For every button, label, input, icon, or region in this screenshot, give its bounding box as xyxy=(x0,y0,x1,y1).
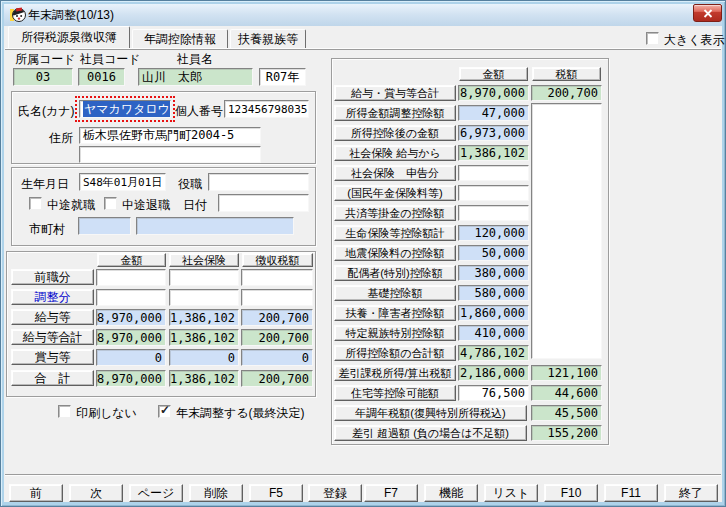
address-input[interactable]: 栃木県佐野市馬門町2004-5 xyxy=(79,127,261,144)
pay-bonus-total-amount[interactable]: 8,970,000 xyxy=(458,85,529,101)
pay-bonus-total-tax[interactable]: 200,700 xyxy=(531,85,602,101)
close-button[interactable] xyxy=(693,4,722,22)
tab-dependents[interactable]: 扶養親族等 xyxy=(230,29,306,48)
row-label-deduction-total[interactable]: 所得控除額の合計額 xyxy=(334,345,456,361)
f5-button[interactable]: F5 xyxy=(249,484,303,502)
prev-job-insurance[interactable] xyxy=(169,269,239,286)
bonus-amount[interactable]: 0 xyxy=(96,349,166,366)
left-col-tax-header[interactable]: 徴収税額 xyxy=(242,253,313,267)
emp-code-field[interactable]: 0016 xyxy=(78,68,125,86)
city-code-field[interactable] xyxy=(78,217,131,235)
grand-total-amount[interactable]: 8,970,000 xyxy=(96,370,166,387)
row-label-bonus[interactable]: 賞与等 xyxy=(11,349,94,365)
housing-deduction-amount[interactable]: 76,500 xyxy=(458,385,529,401)
prev-job-amount[interactable] xyxy=(96,269,166,286)
deduction-total-amount[interactable]: 4,786,102 xyxy=(458,345,529,361)
adjustment-insurance[interactable] xyxy=(169,289,239,306)
row-label-prev-job[interactable]: 前職分 xyxy=(11,269,94,285)
emp-name-field[interactable]: 山川 太郎 xyxy=(138,68,253,86)
f11-button[interactable]: F11 xyxy=(604,484,658,502)
date-input[interactable] xyxy=(218,194,309,212)
list-button[interactable]: リスト xyxy=(484,484,538,502)
adjustment-tax[interactable] xyxy=(241,289,313,306)
row-label-grand-total[interactable]: 合 計 xyxy=(11,370,94,386)
income-adjust-deduction-amount[interactable]: 47,000 xyxy=(458,105,529,121)
salary-insurance[interactable]: 1,386,102 xyxy=(169,309,239,326)
exit-button[interactable]: 終了 xyxy=(664,484,718,502)
bonus-tax[interactable]: 0 xyxy=(241,349,313,366)
mutual-aid-amount[interactable] xyxy=(458,205,529,221)
prev-button[interactable]: 前 xyxy=(9,484,63,502)
row-label-excess-shortage[interactable]: 差引 超過額 (負の場合は不足額) xyxy=(334,425,527,441)
do-adjustment-checkbox[interactable] xyxy=(158,405,171,418)
tab-adjustment-deduction-info[interactable]: 年調控除情報 xyxy=(132,29,228,48)
mid-join-checkbox[interactable] xyxy=(29,197,42,210)
earthquake-insurance-amount[interactable]: 50,000 xyxy=(458,245,529,261)
annual-tax-amount[interactable]: 45,500 xyxy=(531,405,602,421)
f7-button[interactable]: F7 xyxy=(364,484,418,502)
row-label-earthquake-insurance[interactable]: 地震保険料の控除額 xyxy=(334,245,456,261)
dependent-deduction-amount[interactable]: 1,860,000 xyxy=(458,305,529,321)
register-button[interactable]: 登録 xyxy=(308,484,362,502)
row-label-dependent-deduction[interactable]: 扶養・障害者控除額 xyxy=(334,305,456,321)
year-field[interactable]: R07年 xyxy=(259,68,306,86)
row-label-social-ins-declared[interactable]: 社会保険 申告分 xyxy=(334,165,456,181)
row-label-income-adjust-deduction[interactable]: 所得金額調整控除額 xyxy=(334,105,456,121)
basic-deduction-amount[interactable]: 580,000 xyxy=(458,285,529,301)
housing-deduction-tax[interactable]: 44,600 xyxy=(531,385,602,401)
row-label-housing-deduction[interactable]: 住宅等控除可能額 xyxy=(334,385,456,401)
row-label-specified-relative-deduction[interactable]: 特定親族特別控除額 xyxy=(334,325,456,341)
f10-button[interactable]: F10 xyxy=(544,484,598,502)
function-button[interactable]: 機能 xyxy=(424,484,478,502)
row-label-annual-tax[interactable]: 年調年税額(復興特別所得税込) xyxy=(334,405,527,421)
grand-total-tax[interactable]: 200,700 xyxy=(241,370,313,387)
right-col-tax-header[interactable]: 税額 xyxy=(532,67,601,81)
mid-leave-checkbox[interactable] xyxy=(104,197,117,210)
title-bar[interactable]: 年末調整(10/13) xyxy=(4,4,722,26)
personal-number-input[interactable]: 123456798035 xyxy=(224,100,309,118)
salary-total-amount[interactable]: 8,970,000 xyxy=(96,329,166,346)
row-label-basic-deduction[interactable]: 基礎控除額 xyxy=(334,285,456,301)
row-label-national-pension[interactable]: (国民年金保険料等) xyxy=(334,185,456,201)
salary-tax[interactable]: 200,700 xyxy=(241,309,313,326)
after-deduction-amount[interactable]: 6,973,000 xyxy=(458,125,529,141)
row-label-life-insurance[interactable]: 生命保険等控除額計 xyxy=(334,225,456,241)
page-button[interactable]: ページ xyxy=(129,484,183,502)
row-label-pay-bonus-total[interactable]: 給与・賞与等合計 xyxy=(334,85,456,101)
next-button[interactable]: 次 xyxy=(69,484,123,502)
dept-code-field[interactable]: 03 xyxy=(13,68,73,86)
prev-job-tax[interactable] xyxy=(241,269,313,286)
city-name-field[interactable] xyxy=(136,217,294,235)
no-print-checkbox[interactable] xyxy=(58,405,71,418)
social-ins-salary-amount[interactable]: 1,386,102 xyxy=(458,145,529,161)
life-insurance-amount[interactable]: 120,000 xyxy=(458,225,529,241)
social-ins-declared-amount[interactable] xyxy=(458,165,529,181)
row-label-after-deduction[interactable]: 所得控除後の金額 xyxy=(334,125,456,141)
left-col-insurance-header[interactable]: 社会保険 xyxy=(169,253,239,267)
row-label-mutual-aid[interactable]: 共済等掛金の控除額 xyxy=(334,205,456,221)
large-display-checkbox[interactable] xyxy=(646,32,659,45)
salary-amount[interactable]: 8,970,000 xyxy=(96,309,166,326)
row-label-spouse-deduction[interactable]: 配偶者(特別)控除額 xyxy=(334,265,456,281)
role-input[interactable] xyxy=(208,173,309,191)
salary-total-insurance[interactable]: 1,386,102 xyxy=(169,329,239,346)
grand-total-insurance[interactable]: 1,386,102 xyxy=(169,370,239,387)
specified-relative-deduction-amount[interactable]: 410,000 xyxy=(458,325,529,341)
birth-input[interactable]: S48年01月01日 xyxy=(79,173,166,191)
row-label-salary-total[interactable]: 給与等合計 xyxy=(11,329,94,345)
kana-input[interactable]: ヤマカワタロウ xyxy=(79,100,171,118)
calculated-tax[interactable]: 121,100 xyxy=(531,365,602,381)
excess-shortage-amount[interactable]: 155,200 xyxy=(531,425,602,441)
address2-input[interactable] xyxy=(79,146,261,163)
left-col-amount-header[interactable]: 金額 xyxy=(97,253,166,267)
national-pension-amount[interactable] xyxy=(458,185,529,201)
tab-withholding-ledger[interactable]: 所得税源泉徴収簿 xyxy=(8,26,130,48)
row-label-taxable-income[interactable]: 差引課税所得/算出税額 xyxy=(334,365,456,381)
adjustment-amount[interactable] xyxy=(96,289,166,306)
row-label-social-ins-salary[interactable]: 社会保険 給与から xyxy=(334,145,456,161)
taxable-income-amount[interactable]: 2,186,000 xyxy=(458,365,529,381)
spouse-deduction-amount[interactable]: 380,000 xyxy=(458,265,529,281)
bonus-insurance[interactable]: 0 xyxy=(169,349,239,366)
delete-button[interactable]: 削除 xyxy=(189,484,243,502)
right-col-amount-header[interactable]: 金額 xyxy=(459,67,528,81)
